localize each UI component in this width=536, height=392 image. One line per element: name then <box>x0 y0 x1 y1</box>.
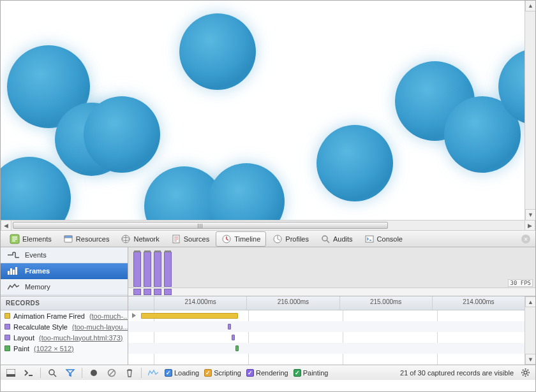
records-sidebar: RECORDS Animation Frame Fired (too-much-… <box>1 296 128 365</box>
tab-label: Profiles <box>285 235 309 243</box>
swatch-rendering <box>4 335 10 340</box>
swatch-painting <box>4 345 10 351</box>
chart-row <box>128 343 525 354</box>
svg-point-19 <box>524 371 527 374</box>
statusbar: ✓ Loading ✓ Scripting ✓ Rendering ✓ Pain… <box>1 365 535 380</box>
audits-icon <box>320 234 331 244</box>
scroll-up-icon[interactable]: ▲ <box>525 296 535 307</box>
filter-scripting[interactable]: ✓ Scripting <box>204 369 241 377</box>
time-column <box>128 296 154 310</box>
record-button[interactable] <box>87 367 100 379</box>
record-row[interactable]: Paint (1022 × 512) <box>1 343 128 354</box>
record-row[interactable]: Layout (too-much-layout.html:373) <box>1 332 128 343</box>
filter-rendering[interactable]: ✓ Rendering <box>246 369 288 377</box>
scroll-thumb[interactable] <box>13 222 388 229</box>
close-devtools-button[interactable]: × <box>521 235 530 243</box>
frame-bar <box>133 252 141 287</box>
time-column: 215.000ms <box>339 296 432 310</box>
chart-row <box>128 310 525 321</box>
fps-label: 30 FPS <box>508 279 533 287</box>
dock-button[interactable] <box>4 367 17 379</box>
records-chart-body <box>128 310 525 354</box>
resources-icon <box>63 234 73 244</box>
tab-label: Timeline <box>234 235 260 243</box>
record-link[interactable]: (too-much-... <box>89 312 128 320</box>
svg-rect-12 <box>13 270 15 275</box>
ball <box>1 157 71 220</box>
expand-icon[interactable] <box>132 313 136 318</box>
frames-icon <box>7 267 20 275</box>
tab-elements[interactable]: Elements <box>4 232 57 246</box>
time-column: 214.000ms <box>432 296 525 310</box>
checkbox-icon: ✓ <box>294 369 301 377</box>
svg-rect-15 <box>6 374 15 377</box>
garbage-collect-button[interactable] <box>123 367 136 379</box>
horizontal-scrollbar[interactable]: ◀ ▶ <box>1 220 535 231</box>
records-header: RECORDS <box>1 296 128 310</box>
tab-label: Sources <box>184 235 209 243</box>
ball <box>208 163 285 220</box>
scroll-down-icon[interactable]: ▼ <box>525 209 535 220</box>
records-chart[interactable]: 214.000ms 216.000ms 215.000ms 214.000ms <box>128 296 525 365</box>
mode-events[interactable]: Events <box>1 247 128 263</box>
svg-rect-10 <box>8 271 10 275</box>
record-link[interactable]: (too-much-layout.html:373) <box>39 334 123 342</box>
tab-label: Elements <box>22 235 52 243</box>
filter-loading[interactable]: ✓ Loading <box>165 369 199 377</box>
tab-resources[interactable]: Resources <box>58 232 115 246</box>
events-icon <box>7 251 20 259</box>
tab-timeline[interactable]: Timeline <box>216 231 266 247</box>
profiles-icon <box>272 234 283 244</box>
overview-ruler[interactable] <box>128 287 535 296</box>
vertical-scrollbar[interactable]: ▲ ▼ <box>525 1 535 220</box>
glue-button[interactable] <box>147 367 160 379</box>
records-summary: 21 of 30 captured records are visible <box>400 369 514 377</box>
svg-point-16 <box>49 370 54 375</box>
record-row[interactable]: Animation Frame Fired (too-much-... <box>1 310 128 321</box>
mode-memory[interactable]: Memory <box>1 279 128 295</box>
tab-console[interactable]: Console <box>359 232 408 246</box>
ball <box>84 96 160 173</box>
svg-rect-9 <box>366 236 373 242</box>
scroll-track[interactable] <box>11 221 525 230</box>
tab-network[interactable]: Network <box>115 232 164 246</box>
record-label: Paint <box>13 345 29 352</box>
mode-label: Memory <box>25 283 50 291</box>
record-label: Layout <box>13 334 34 342</box>
record-link[interactable]: (1022 × 512) <box>34 345 74 352</box>
scroll-down-icon[interactable]: ▼ <box>525 354 535 365</box>
record-bar[interactable] <box>235 345 239 351</box>
tab-label: Network <box>133 235 159 243</box>
overview-bars-small <box>133 289 172 295</box>
svg-rect-13 <box>15 267 17 275</box>
mode-frames[interactable]: Frames <box>1 263 128 279</box>
settings-button[interactable] <box>519 367 532 379</box>
scroll-right-icon[interactable]: ▶ <box>525 221 535 230</box>
records-panel: RECORDS Animation Frame Fired (too-much-… <box>1 296 535 365</box>
timeline-icon <box>221 234 232 244</box>
scroll-left-icon[interactable]: ◀ <box>1 221 11 230</box>
checkbox-icon: ✓ <box>204 369 212 377</box>
timeline-overview-chart[interactable]: 30 FPS <box>128 247 535 296</box>
memory-icon <box>7 283 20 291</box>
frame-bar <box>154 252 161 287</box>
record-bar[interactable] <box>228 324 231 330</box>
elements-icon <box>10 234 20 244</box>
records-scrollbar[interactable]: ▲ ▼ <box>525 296 535 365</box>
tab-audits[interactable]: Audits <box>315 232 358 246</box>
search-button[interactable] <box>46 367 59 379</box>
filter-button[interactable] <box>64 367 77 379</box>
scroll-up-icon[interactable]: ▲ <box>525 1 535 11</box>
record-row[interactable]: Recalculate Style (too-much-layou... <box>1 321 128 332</box>
record-bar[interactable] <box>232 335 235 340</box>
clear-button[interactable] <box>105 367 118 379</box>
checkbox-icon: ✓ <box>246 369 254 377</box>
timeline-overview: Events Frames Memory 30 FPS <box>1 247 535 296</box>
console-toggle-button[interactable] <box>22 367 35 379</box>
filter-painting[interactable]: ✓ Painting <box>294 369 329 377</box>
ball <box>179 13 256 90</box>
record-bar[interactable] <box>141 313 238 319</box>
tab-sources[interactable]: Sources <box>166 232 214 246</box>
record-link[interactable]: (too-much-layou... <box>72 323 128 331</box>
tab-profiles[interactable]: Profiles <box>267 232 314 246</box>
